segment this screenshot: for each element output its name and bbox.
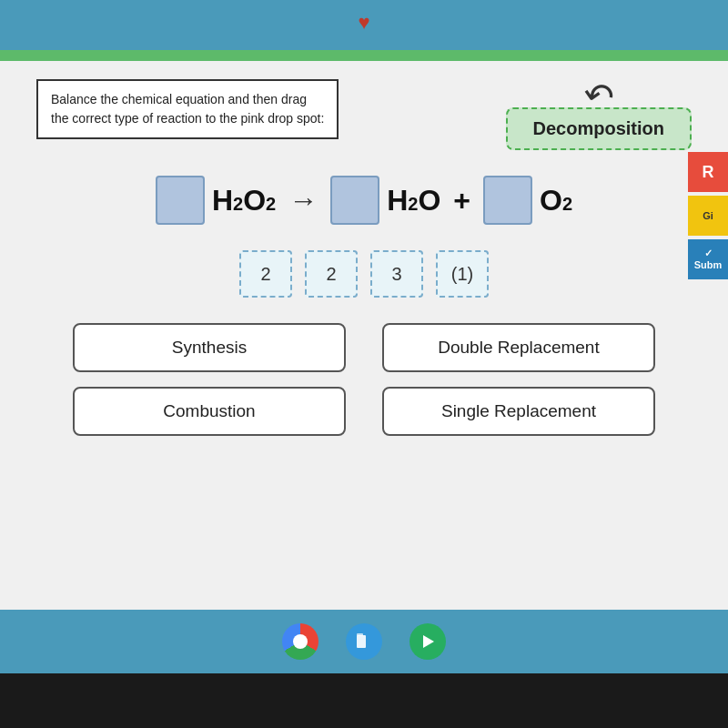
laptop-frame: ♥ Balance the chemical equation and then… (0, 0, 728, 728)
screen-content: Balance the chemical equation and then d… (0, 61, 728, 610)
svg-marker-2 (423, 635, 434, 648)
coeff-box-1[interactable] (156, 176, 205, 225)
play-icon[interactable] (410, 623, 446, 660)
synthesis-button[interactable]: Synthesis (73, 323, 346, 372)
r-button[interactable]: R (688, 152, 728, 192)
combustion-button[interactable]: Combustion (73, 387, 346, 436)
reaction-arrow-icon: → (288, 184, 318, 217)
instruction-box: Balance the chemical equation and then d… (36, 79, 339, 139)
svg-rect-0 (357, 635, 366, 648)
green-stripe (0, 50, 728, 61)
formula-o2: O2 (540, 184, 572, 217)
svg-rect-1 (357, 633, 363, 636)
reaction-buttons-grid: Synthesis Double Replacement Combustion … (55, 323, 673, 436)
plus-sign: + (453, 184, 470, 217)
coeff-box-2[interactable] (330, 176, 379, 225)
tile-2[interactable]: 2 (305, 250, 358, 298)
laptop-bottom-bezel (0, 673, 728, 728)
chrome-icon[interactable] (282, 623, 318, 660)
instruction-line1: Balance the chemical equation and then d… (51, 92, 307, 106)
submit-button[interactable]: ✓Subm (688, 239, 728, 279)
files-icon[interactable] (346, 623, 382, 660)
tile-4[interactable]: (1) (436, 250, 489, 298)
double-replacement-button[interactable]: Double Replacement (382, 323, 655, 372)
heart-icon: ♥ (358, 11, 369, 35)
instruction-line2: the correct type of reaction to the pink… (51, 111, 324, 126)
equation-row: H2O2 → H2O + O2 (36, 176, 692, 225)
browser-top-bar: ♥ (0, 0, 728, 50)
formula-h2o2: H2O2 (212, 184, 276, 217)
coeff-box-3[interactable] (483, 176, 532, 225)
tile-3[interactable]: 3 (370, 250, 423, 298)
give-button[interactable]: Gi (688, 196, 728, 236)
bottom-taskbar (0, 610, 728, 673)
side-panel: R Gi ✓Subm (688, 152, 728, 279)
formula-h2o: H2O (387, 184, 440, 217)
single-replacement-button[interactable]: Single Replacement (382, 387, 655, 436)
tile-1[interactable]: 2 (239, 250, 292, 298)
decomposition-area: ↷ Decomposition (506, 75, 692, 150)
tiles-row: 2 2 3 (1) (239, 250, 489, 298)
top-row: Balance the chemical equation and then d… (36, 79, 692, 150)
